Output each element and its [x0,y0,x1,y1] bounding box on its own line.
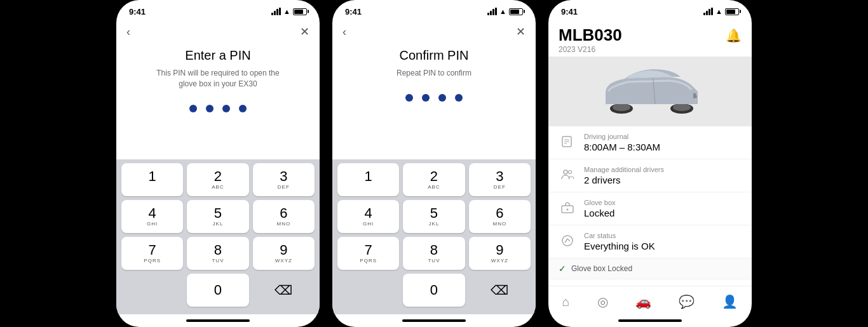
car-image [587,63,714,120]
key-2b[interactable]: 2ABC [403,163,465,196]
key-4[interactable]: 4GHI [121,200,183,233]
svg-line-15 [567,239,570,241]
pin-subtitle-2: Repeat PIN to confirm [397,68,471,79]
key-7b[interactable]: 7PQRS [337,237,399,270]
phone-1: 9:41 ▲ ‹ ✕ Enter a PIN This PIN [116,0,320,327]
nav-car[interactable]: 🚗 [629,291,658,312]
glovebox-label: Glove box [584,199,616,206]
keypad-row-5: 1 2ABC 3DEF [337,163,531,196]
car-icon: 🚗 [635,294,651,309]
pin-dot-4 [239,105,247,112]
glovebox-text: Glove box Locked [584,199,616,218]
signal-icon-2 [487,8,497,15]
pin-content-1: Enter a PIN This PIN will be required to… [116,41,320,159]
keypad-1: 1 2ABC 3DEF 4GHI 5JKL 6MNO 7PQRS 8TUV 9W… [116,159,320,314]
car-info-list: Driving journal 8:00AM – 8:30AM [548,126,752,286]
signal-icon-3 [703,8,713,15]
back-icon-1[interactable]: ‹ [126,25,130,39]
status-bar-2: 9:41 ▲ [332,0,536,20]
key-7[interactable]: 7PQRS [121,237,183,270]
carstatus-label: Car status [584,232,655,239]
home-indicator-1 [116,314,320,327]
close-icon-2[interactable]: ✕ [516,25,526,39]
home-bar-3 [618,319,682,322]
glovebox-item[interactable]: Glove box Locked [548,192,752,225]
home-bar-2 [402,319,466,322]
key-2[interactable]: 2ABC [187,163,248,196]
car-year: 2023 V216 [559,45,622,54]
key-0[interactable]: 0 [187,274,248,307]
key-8[interactable]: 8TUV [187,237,248,270]
keypad-2: 1 2ABC 3DEF 4GHI 5JKL 6MNO 7PQRS 8TUV 9W… [332,159,536,314]
nav-row-2: ‹ ✕ [332,20,536,41]
pin-title-2: Confirm PIN [400,48,469,63]
nav-location[interactable]: ◎ [591,291,614,312]
key-9b[interactable]: 9WXYZ [469,237,531,270]
wifi-icon-2: ▲ [499,8,506,15]
nav-profile[interactable]: 👤 [715,291,744,312]
key-delete-2[interactable]: ⌫ [469,274,531,307]
car-image-container [548,57,752,126]
driving-journal-text: Driving journal 8:00AM – 8:30AM [584,133,660,152]
pin-dots-2 [405,94,463,102]
close-icon-1[interactable]: ✕ [300,25,309,39]
home-bar-1 [186,319,250,322]
key-6[interactable]: 6MNO [253,200,315,233]
phone-2: 9:41 ▲ ‹ ✕ Confirm PIN Repeat PIN to con… [332,0,536,327]
svg-line-14 [565,239,567,243]
key-delete-1[interactable]: ⌫ [253,274,315,307]
svg-point-9 [564,170,567,174]
pin-content-2: Confirm PIN Repeat PIN to confirm [332,41,536,159]
status-icons-3: ▲ [703,8,739,15]
driving-journal-item[interactable]: Driving journal 8:00AM – 8:30AM [548,126,752,159]
car-id: MLB030 [559,25,622,45]
nav-chat[interactable]: 💬 [672,291,701,312]
key-3[interactable]: 3DEF [253,163,315,196]
bottom-nav: ⌂ ◎ 🚗 💬 👤 [548,286,752,314]
key-8b[interactable]: 8TUV [403,237,465,270]
key-0b[interactable]: 0 [403,274,465,307]
status-icons-1: ▲ [271,8,307,15]
key-9[interactable]: 9WXYZ [253,237,315,270]
check-icon: ✓ [559,264,566,274]
carstatus-icon [559,232,576,250]
chat-icon: 💬 [679,294,695,309]
key-3b[interactable]: 3DEF [469,163,531,196]
key-1b[interactable]: 1 [337,163,399,196]
back-icon-2[interactable]: ‹ [342,25,346,39]
glovebox-value: Locked [584,208,616,218]
home-indicator-2 [332,314,536,327]
pin-dot-1 [189,105,197,112]
status-bar-1: 9:41 ▲ [116,0,320,20]
svg-point-12 [567,209,569,211]
glovebox-icon [559,199,576,217]
pin-title-1: Enter a PIN [185,48,250,63]
status-time-2: 9:41 [345,7,362,17]
battery-icon-2 [509,8,523,15]
home-indicator-3 [548,314,752,327]
pin-dot-5 [405,94,413,102]
drivers-value: 2 drivers [584,175,664,185]
key-4b[interactable]: 4GHI [337,200,399,233]
key-1[interactable]: 1 [121,163,183,196]
bell-icon[interactable]: 🔔 [726,28,742,43]
phone-3: 9:41 ▲ MLB030 [548,0,752,327]
pin-dot-3 [222,105,230,112]
key-5b[interactable]: 5JKL [403,200,465,233]
pin-dot-2 [206,105,214,112]
keypad-row-2: 4GHI 5JKL 6MNO [121,200,315,233]
pin-dot-7 [438,94,446,102]
home-icon: ⌂ [562,295,570,309]
carstatus-item[interactable]: Car status Everything is OK [548,225,752,258]
glove-box-notice: ✓ Glove box Locked [548,258,752,279]
keypad-row-7: 7PQRS 8TUV 9WXYZ [337,237,531,270]
key-6b[interactable]: 6MNO [469,200,531,233]
key-empty-2 [337,274,399,307]
drivers-item[interactable]: Manage additional drivers 2 drivers [548,159,752,192]
svg-point-1 [613,103,630,111]
carstatus-text: Car status Everything is OK [584,232,655,251]
car-screen: 9:41 ▲ MLB030 [548,0,752,327]
drivers-icon [559,166,576,184]
key-5[interactable]: 5JKL [187,200,248,233]
nav-home[interactable]: ⌂ [556,292,576,312]
